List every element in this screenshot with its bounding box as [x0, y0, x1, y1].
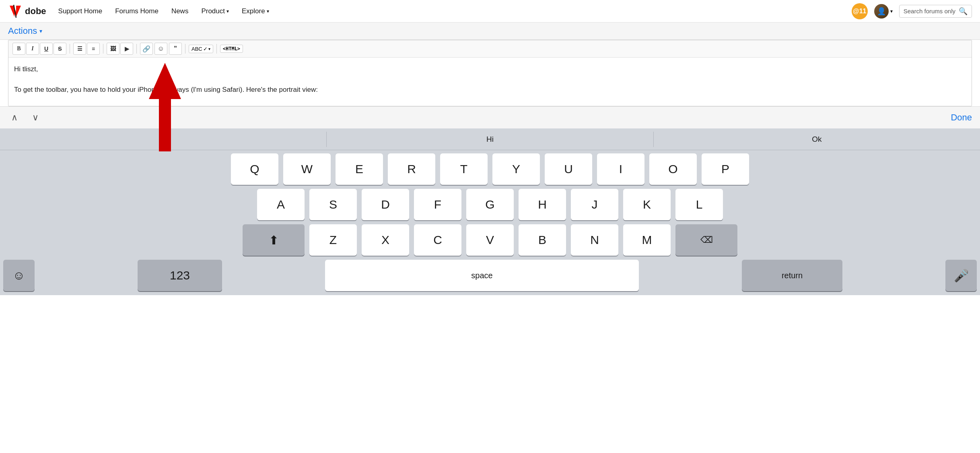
actions-dropdown[interactable]: Actions — [8, 26, 972, 36]
editor-content[interactable]: Hi tliszt, To get the toolbar, you have … — [8, 58, 972, 106]
search-icon: 🔍 — [959, 7, 968, 16]
nav-links: Support Home Forums Home News Product Ex… — [58, 7, 840, 15]
key-Z[interactable]: Z — [309, 224, 357, 256]
ordered-list-button[interactable]: ≡ — [87, 43, 100, 55]
nav-product[interactable]: Product — [201, 7, 229, 15]
format-group: B I U S — [12, 43, 66, 55]
key-I[interactable]: I — [597, 153, 644, 185]
key-G[interactable]: G — [466, 189, 514, 220]
space-key[interactable]: space — [325, 260, 639, 291]
nav-support-home[interactable]: Support Home — [58, 7, 103, 15]
key-T[interactable]: T — [440, 153, 488, 185]
key-Y[interactable]: Y — [492, 153, 540, 185]
keyboard-bottom-row: ☺ 123 space return 🎤 — [0, 257, 980, 295]
key-H[interactable]: H — [519, 189, 566, 220]
html-button[interactable]: <HTML> — [220, 45, 243, 53]
checkmark-icon: ✓ — [203, 46, 208, 52]
key-J[interactable]: J — [571, 189, 618, 220]
editor-line-2: To get the toolbar, you have to hold you… — [14, 85, 966, 95]
user-avatar: 👤 — [874, 4, 889, 19]
abc-label: ABC — [191, 46, 202, 52]
key-W[interactable]: W — [283, 153, 331, 185]
avatar-image: 👤 — [874, 4, 889, 19]
key-O[interactable]: O — [649, 153, 697, 185]
emoji-button[interactable]: ☺ — [154, 43, 167, 55]
key-A[interactable]: A — [257, 189, 305, 220]
emoji-key[interactable]: ☺ — [3, 260, 35, 291]
notif-count: 11 — [859, 8, 867, 15]
key-N[interactable]: N — [571, 224, 618, 256]
editor-container: B I U S ☰ ≡ 🖼 ▶ 🔗 ☺ " ABC ✓ ▾ — [8, 40, 972, 106]
keyboard-row-2: A S D F G H J K L — [3, 189, 977, 220]
nav-forums-home[interactable]: Forums Home — [115, 7, 159, 15]
toolbar-separator-2 — [103, 44, 103, 54]
nav-right: @ 11 👤 ▾ Search forums only 🔍 — [852, 3, 972, 19]
strikethrough-button[interactable]: S — [54, 43, 66, 55]
pred-word-2[interactable]: Hi — [327, 132, 653, 147]
video-button[interactable]: ▶ — [120, 43, 133, 55]
bold-button[interactable]: B — [12, 43, 25, 55]
key-L[interactable]: L — [675, 189, 723, 220]
editor-line-1: Hi tliszt, — [14, 64, 966, 74]
key-rows: Q W E R T Y U I O P A S D F G H J K — [0, 150, 980, 257]
key-E[interactable]: E — [336, 153, 383, 185]
done-button[interactable]: Done — [951, 112, 972, 123]
adobe-logo[interactable]: dobe — [8, 4, 46, 19]
search-bar[interactable]: Search forums only 🔍 — [899, 5, 972, 18]
key-F[interactable]: F — [414, 189, 461, 220]
nav-news[interactable]: News — [171, 7, 189, 15]
shift-key[interactable]: ⬆ — [243, 224, 305, 256]
return-key[interactable]: return — [742, 260, 842, 291]
key-D[interactable]: D — [362, 189, 409, 220]
delete-key[interactable]: ⌫ — [675, 224, 737, 256]
nav-explore[interactable]: Explore — [242, 7, 269, 15]
key-U[interactable]: U — [545, 153, 592, 185]
italic-button[interactable]: I — [26, 43, 39, 55]
media-group: 🖼 ▶ — [107, 43, 133, 55]
logo-text: dobe — [25, 6, 46, 17]
notification-badge[interactable]: @ 11 — [852, 3, 868, 19]
avatar-button[interactable]: 👤 ▾ — [874, 4, 893, 19]
toolbar-separator-4 — [185, 44, 185, 54]
num-key[interactable]: 123 — [138, 260, 222, 291]
quote-button[interactable]: " — [169, 43, 182, 55]
keyboard: I Hi Ok Q W E R T Y U I O P A S D — [0, 128, 980, 295]
notif-at-icon: @ — [853, 8, 859, 15]
mic-key[interactable]: 🎤 — [945, 260, 977, 291]
toolbar-separator-1 — [70, 44, 70, 54]
predictive-bar: I Hi Ok — [0, 128, 980, 150]
key-M[interactable]: M — [623, 224, 671, 256]
nav-arrows: ∧ ∨ — [8, 111, 42, 124]
key-R[interactable]: R — [388, 153, 435, 185]
keyboard-row-3: ⬆ Z X C V B N M ⌫ — [3, 224, 977, 256]
key-C[interactable]: C — [414, 224, 461, 256]
key-S[interactable]: S — [309, 189, 357, 220]
navbar: dobe Support Home Forums Home News Produ… — [0, 0, 980, 23]
image-button[interactable]: 🖼 — [107, 43, 119, 55]
spell-check-button[interactable]: ABC ✓ ▾ — [189, 45, 213, 53]
key-Q[interactable]: Q — [231, 153, 278, 185]
key-K[interactable]: K — [623, 189, 671, 220]
link-button[interactable]: 🔗 — [140, 43, 153, 55]
keyboard-row-1: Q W E R T Y U I O P — [3, 153, 977, 185]
scroll-up-button[interactable]: ∧ — [8, 111, 21, 124]
key-V[interactable]: V — [466, 224, 514, 256]
underline-button[interactable]: U — [40, 43, 53, 55]
scroll-down-button[interactable]: ∨ — [29, 111, 42, 124]
editor-toolbar: B I U S ☰ ≡ 🖼 ▶ 🔗 ☺ " ABC ✓ ▾ — [8, 40, 972, 58]
dropdown-arrow: ▾ — [208, 47, 210, 51]
actions-bar: Actions — [0, 23, 980, 40]
key-X[interactable]: X — [362, 224, 409, 256]
list-group: ☰ ≡ — [73, 43, 100, 55]
unordered-list-button[interactable]: ☰ — [73, 43, 86, 55]
pred-word-3[interactable]: Ok — [654, 132, 980, 147]
content-area: Actions B I U S ☰ ≡ 🖼 ▶ 🔗 ☺ " — [0, 23, 980, 295]
search-placeholder-text: Search forums only — [904, 8, 955, 14]
pred-word-1[interactable]: I — [0, 132, 327, 147]
nav-done-bar: ∧ ∨ Done — [0, 106, 980, 128]
toolbar-separator-3 — [136, 44, 137, 54]
key-P[interactable]: P — [702, 153, 749, 185]
toolbar-separator-5 — [216, 44, 217, 54]
avatar-dropdown-icon: ▾ — [890, 8, 893, 14]
key-B[interactable]: B — [519, 224, 566, 256]
